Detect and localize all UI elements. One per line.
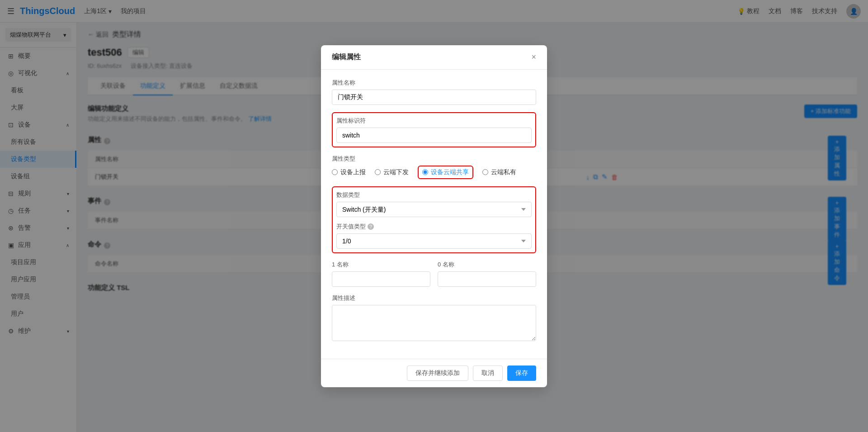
form-item-prop-name: 属性名称: [332, 79, 536, 105]
radio-device-report-label: 设备上报: [340, 168, 366, 176]
modal-title: 编辑属性: [332, 52, 361, 62]
zero-name-input[interactable]: [438, 271, 536, 287]
form-item-one-name: 1 名称: [332, 261, 430, 287]
prop-name-input[interactable]: [332, 90, 536, 105]
radio-device-cloud-share-label: 设备云端共享: [431, 168, 469, 176]
cancel-button[interactable]: 取消: [473, 366, 503, 381]
prop-type-label: 属性类型: [332, 155, 536, 163]
form-item-data-type-group-highlighted: 数据类型 Switch (开关量) 开关值类型 ? 1/0: [332, 186, 536, 253]
modal-close-icon[interactable]: ×: [531, 52, 536, 62]
radio-cloud-send-label: 云端下发: [383, 168, 409, 176]
prop-name-label: 属性名称: [332, 79, 536, 87]
form-item-prop-identifier-highlighted: 属性标识符: [332, 112, 536, 147]
form-row-names: 1 名称 0 名称: [332, 261, 536, 294]
modal-footer: 保存并继续添加 取消 保存: [321, 359, 547, 387]
data-type-select[interactable]: Switch (开关量): [336, 202, 532, 217]
desc-label: 属性描述: [332, 294, 536, 302]
switch-value-help-icon[interactable]: ?: [368, 223, 374, 230]
form-item-data-type: 数据类型 Switch (开关量): [336, 191, 532, 217]
radio-device-report[interactable]: 设备上报: [332, 168, 366, 176]
radio-cloud-send[interactable]: 云端下发: [375, 168, 409, 176]
data-type-label: 数据类型: [336, 191, 532, 199]
prop-identifier-label: 属性标识符: [336, 117, 532, 125]
form-item-switch-value-type: 开关值类型 ? 1/0: [336, 223, 532, 249]
switch-value-type-select[interactable]: 1/0: [336, 233, 532, 249]
modal-body: 属性名称 属性标识符 属性类型 设备上报 云端下发 设: [321, 70, 547, 359]
form-item-zero-name: 0 名称: [438, 261, 536, 287]
radio-device-report-input[interactable]: [332, 169, 338, 175]
save-continue-button[interactable]: 保存并继续添加: [407, 366, 468, 381]
switch-value-type-label: 开关值类型 ?: [336, 223, 532, 231]
save-button[interactable]: 保存: [507, 366, 536, 381]
zero-name-label: 0 名称: [438, 261, 536, 269]
modal-header: 编辑属性 ×: [321, 45, 547, 70]
one-name-input[interactable]: [332, 271, 430, 287]
radio-device-cloud-share-input[interactable]: [422, 169, 428, 175]
desc-textarea[interactable]: [332, 305, 536, 341]
form-item-prop-type: 属性类型 设备上报 云端下发 设备云端共享 云端私有: [332, 155, 536, 179]
edit-property-modal: 编辑属性 × 属性名称 属性标识符 属性类型 设备上报 云端下发: [321, 45, 547, 387]
prop-identifier-input[interactable]: [336, 128, 532, 143]
form-item-desc: 属性描述: [332, 294, 536, 342]
radio-device-cloud-share[interactable]: 设备云端共享: [418, 166, 473, 179]
one-name-label: 1 名称: [332, 261, 430, 269]
radio-cloud-private[interactable]: 云端私有: [482, 168, 516, 176]
radio-cloud-send-input[interactable]: [375, 169, 381, 175]
radio-cloud-private-input[interactable]: [482, 169, 488, 175]
prop-type-radio-group: 设备上报 云端下发 设备云端共享 云端私有: [332, 166, 536, 179]
radio-cloud-private-label: 云端私有: [491, 168, 516, 176]
